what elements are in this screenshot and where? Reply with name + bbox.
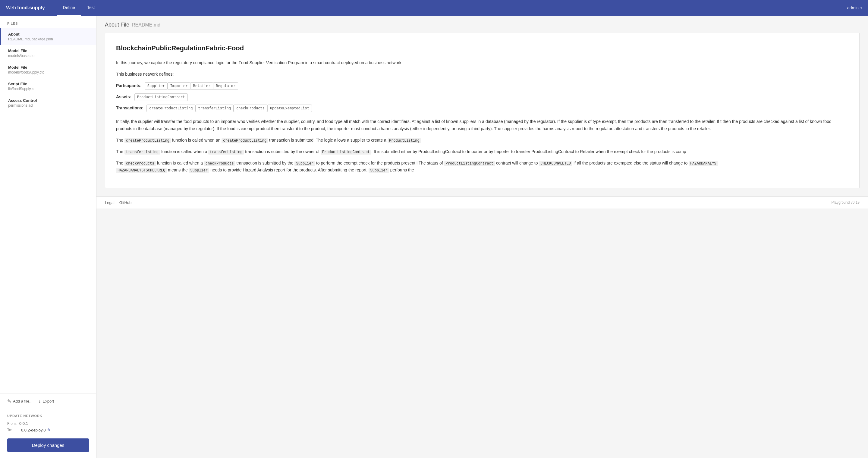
- sidebar-item-title-model-base: Model File: [8, 48, 89, 53]
- supply-chain-paragraph: Initially, the supplier will transfer th…: [116, 118, 848, 133]
- tag-importer: Importer: [167, 82, 190, 90]
- from-value: 0.0.1: [19, 421, 28, 426]
- edit-version-icon[interactable]: ✎: [47, 428, 51, 432]
- export-button[interactable]: ↓ Export: [38, 399, 54, 404]
- github-link[interactable]: GitHub: [119, 200, 131, 205]
- sidebar-actions: ✎ Add a file... ↓ Export: [0, 393, 96, 409]
- sidebar-item-subtitle-access-control: permissions.acl: [8, 103, 89, 107]
- nav-tabs: DefineTest: [57, 0, 847, 16]
- files-section-title: FILES: [0, 16, 96, 28]
- sidebar-item-subtitle-script-file: lib/foodSupply.js: [8, 87, 89, 91]
- sidebar-item-title-access-control: Access Control: [8, 98, 89, 103]
- version-from-row: From: 0.0.1: [7, 421, 89, 426]
- readme-content: BlockchainPublicRegulationFabric-Food In…: [105, 33, 860, 188]
- tag-supplier: Supplier: [145, 82, 167, 90]
- tag-regulator: Regulator: [213, 82, 238, 90]
- tag-productlistingcontract: ProductListingContract: [134, 93, 188, 101]
- sidebar-item-model-base[interactable]: Model File models/base.cto: [0, 45, 96, 62]
- sidebar-item-model-food[interactable]: Model File models/foodSupply.cto: [0, 62, 96, 78]
- legal-link[interactable]: Legal: [105, 200, 115, 205]
- export-label: Export: [43, 399, 54, 403]
- tag-retailer: Retailer: [190, 82, 213, 90]
- add-file-button[interactable]: ✎ Add a file...: [7, 398, 33, 404]
- top-nav: Web food-supply DefineTest admin ▾: [0, 0, 868, 16]
- tag-updateexemptedlist: updateExemptedList: [267, 104, 312, 112]
- sidebar-item-about[interactable]: About README.md, package.json: [0, 28, 96, 45]
- content-filename: README.md: [132, 22, 160, 28]
- sidebar-item-subtitle-model-base: models/base.cto: [8, 54, 89, 58]
- version-label: Playground v0.19: [832, 200, 860, 205]
- update-network-section: UPDATE NETWORK From: 0.0.1 To: 0.0.2-dep…: [0, 409, 96, 458]
- assets-row: Assets: ProductListingContract: [116, 93, 848, 101]
- participants-label: Participants:: [116, 82, 142, 89]
- sidebar: FILES About README.md, package.json Mode…: [0, 16, 96, 458]
- nav-tab-test[interactable]: Test: [81, 0, 101, 16]
- intro-paragraph: In this journey, we capture the regulato…: [116, 59, 848, 67]
- version-to-row: To: 0.0.2-deploy.0 ✎: [7, 428, 89, 432]
- sidebar-item-title-model-food: Model File: [8, 65, 89, 70]
- tag-checkproducts: checkProducts: [234, 104, 267, 112]
- nav-tab-define[interactable]: Define: [57, 0, 81, 16]
- update-network-title: UPDATE NETWORK: [7, 414, 89, 418]
- participants-row: Participants: SupplierImporterRetailerRe…: [116, 82, 848, 90]
- to-value: 0.0.2-deploy.0: [21, 428, 45, 432]
- create-product-listing-paragraph: The createProductListing function is cal…: [116, 137, 848, 144]
- tag-transferlisting: transferListing: [195, 104, 234, 112]
- transactions-row: Transactions: createProductListingtransf…: [116, 104, 848, 112]
- sidebar-item-script-file[interactable]: Script File lib/foodSupply.js: [0, 78, 96, 95]
- brand: Web food-supply: [6, 5, 45, 10]
- from-label: From:: [7, 422, 19, 426]
- chevron-down-icon: ▾: [861, 6, 862, 10]
- content-header: About File README.md: [96, 16, 868, 33]
- sidebar-item-title-about: About: [8, 32, 89, 36]
- check-products-paragraph: The checkProducts function is called whe…: [116, 160, 848, 174]
- admin-label: admin: [847, 5, 859, 10]
- defines-paragraph: This business network defines:: [116, 71, 848, 78]
- content-area: About File README.md BlockchainPublicReg…: [96, 16, 868, 458]
- to-label: To:: [7, 428, 19, 432]
- sidebar-item-subtitle-model-food: models/foodSupply.cto: [8, 70, 89, 74]
- doc-title: BlockchainPublicRegulationFabric-Food: [116, 43, 848, 53]
- content-footer: Legal GitHub Playground v0.19: [96, 196, 868, 208]
- deploy-changes-button[interactable]: Deploy changes: [7, 438, 89, 452]
- add-file-icon: ✎: [7, 398, 11, 404]
- sidebar-item-title-script-file: Script File: [8, 81, 89, 86]
- content-title: About File: [105, 22, 129, 28]
- sidebar-item-access-control[interactable]: Access Control permissions.acl: [0, 95, 96, 111]
- export-icon: ↓: [38, 399, 41, 404]
- admin-menu[interactable]: admin ▾: [847, 5, 862, 10]
- assets-label: Assets:: [116, 93, 131, 100]
- sidebar-item-subtitle-about: README.md, package.json: [8, 37, 89, 41]
- transactions-label: Transactions:: [116, 104, 144, 111]
- tag-createproductlisting: createProductListing: [147, 104, 195, 112]
- add-file-label: Add a file...: [13, 399, 33, 403]
- transfer-listing-paragraph: The transferListing function is called w…: [116, 148, 848, 156]
